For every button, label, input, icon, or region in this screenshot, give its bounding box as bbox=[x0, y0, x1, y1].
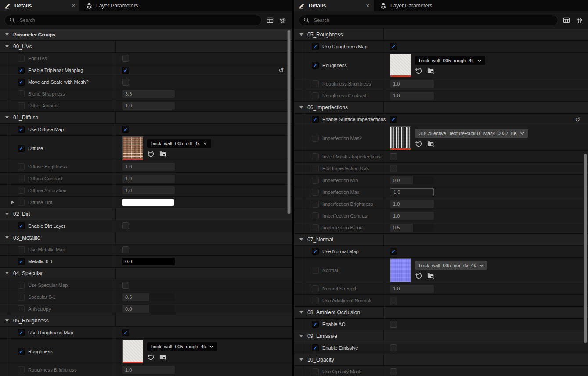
param-enable-checkbox[interactable]: ✓ bbox=[18, 222, 25, 229]
param-enable-checkbox[interactable]: ✓ bbox=[312, 116, 319, 123]
param-enable-checkbox[interactable] bbox=[312, 201, 319, 208]
param-enable-checkbox[interactable] bbox=[312, 212, 319, 219]
param-enable-checkbox[interactable] bbox=[312, 285, 319, 292]
asset-dropdown[interactable]: brick_wall_005_diff_4k bbox=[147, 139, 211, 148]
numeric-input[interactable]: 0.5 bbox=[122, 293, 175, 301]
param-enable-checkbox[interactable]: ✓ bbox=[18, 67, 25, 74]
browse-to-asset-icon[interactable] bbox=[159, 150, 166, 158]
asset-dropdown[interactable]: brick_wall_005_rough_4k bbox=[415, 56, 485, 65]
numeric-input[interactable]: 0.0 bbox=[122, 258, 175, 265]
browse-to-asset-icon[interactable] bbox=[427, 272, 434, 279]
value-checkbox[interactable] bbox=[122, 79, 129, 86]
param-enable-checkbox[interactable] bbox=[18, 282, 25, 289]
view-options-gear-icon[interactable] bbox=[278, 16, 287, 25]
param-enable-checkbox[interactable]: ✓ bbox=[312, 62, 319, 69]
value-checkbox[interactable]: ✓ bbox=[390, 116, 397, 123]
tab-details[interactable]: Details✕ bbox=[294, 0, 374, 11]
group-header[interactable]: 09_Emissive bbox=[294, 330, 588, 342]
group-header[interactable]: 07_Normal bbox=[294, 234, 588, 246]
asset-dropdown[interactable]: brick_wall_005_nor_dx_4k bbox=[415, 261, 487, 270]
value-checkbox[interactable] bbox=[390, 321, 397, 328]
asset-dropdown[interactable]: brick_wall_005_rough_4k bbox=[147, 342, 217, 351]
param-enable-checkbox[interactable] bbox=[18, 305, 25, 312]
numeric-input[interactable]: 1.0 bbox=[122, 366, 175, 374]
numeric-input[interactable]: 1.0 bbox=[390, 80, 434, 88]
param-enable-checkbox[interactable] bbox=[312, 80, 319, 87]
value-checkbox[interactable] bbox=[122, 282, 129, 289]
property-matrix-icon[interactable] bbox=[562, 16, 571, 25]
tab-details[interactable]: Details✕ bbox=[0, 0, 79, 11]
value-checkbox[interactable]: ✓ bbox=[390, 248, 397, 255]
param-enable-checkbox[interactable]: ✓ bbox=[18, 329, 25, 336]
search-input[interactable] bbox=[19, 17, 257, 23]
texture-thumbnail[interactable] bbox=[122, 136, 143, 160]
reset-to-default-icon[interactable]: ↺ bbox=[278, 67, 284, 73]
browse-to-asset-icon[interactable] bbox=[159, 353, 166, 361]
param-enable-checkbox[interactable] bbox=[18, 366, 25, 373]
param-enable-checkbox[interactable] bbox=[18, 55, 25, 62]
use-selected-asset-icon[interactable] bbox=[147, 150, 155, 158]
scrollbar-thumb[interactable] bbox=[584, 154, 587, 343]
param-enable-checkbox[interactable] bbox=[18, 199, 25, 206]
group-header[interactable]: 06_Imperfections bbox=[294, 102, 588, 114]
search-input[interactable] bbox=[313, 17, 553, 23]
group-header[interactable]: 04_Specular bbox=[0, 268, 292, 279]
group-header[interactable]: 08_Ambient Occlusion bbox=[294, 307, 588, 319]
browse-to-asset-icon[interactable] bbox=[427, 67, 434, 75]
property-matrix-icon[interactable] bbox=[266, 16, 274, 25]
parameter-groups-header[interactable]: Parameter Groups bbox=[0, 29, 292, 41]
value-checkbox[interactable]: ✓ bbox=[122, 67, 129, 74]
param-enable-checkbox[interactable] bbox=[312, 165, 319, 172]
numeric-input[interactable]: 1.0 bbox=[390, 188, 434, 196]
browse-to-asset-icon[interactable] bbox=[427, 140, 434, 147]
param-enable-checkbox[interactable]: ✓ bbox=[312, 43, 319, 50]
use-selected-asset-icon[interactable] bbox=[147, 353, 155, 361]
numeric-input[interactable]: 3.5 bbox=[122, 90, 175, 98]
group-header[interactable]: 05_Roughness bbox=[0, 315, 292, 327]
group-header[interactable]: 05_Roughness bbox=[294, 29, 588, 41]
numeric-input[interactable]: 0.5 bbox=[390, 224, 434, 232]
param-enable-checkbox[interactable] bbox=[18, 187, 25, 194]
color-swatch[interactable] bbox=[122, 199, 174, 206]
value-checkbox[interactable] bbox=[122, 246, 129, 253]
asset-dropdown[interactable]: 3DCollective_TexturePack01_Mask_0037_8K bbox=[415, 129, 528, 138]
value-checkbox[interactable]: ✓ bbox=[122, 126, 129, 133]
value-checkbox[interactable] bbox=[390, 165, 397, 172]
param-enable-checkbox[interactable] bbox=[312, 189, 319, 196]
numeric-input[interactable]: 1.0 bbox=[390, 92, 434, 100]
numeric-input[interactable]: 1.0 bbox=[122, 102, 175, 110]
value-checkbox[interactable] bbox=[122, 222, 129, 229]
value-checkbox[interactable]: ✓ bbox=[122, 329, 129, 336]
param-enable-checkbox[interactable] bbox=[18, 246, 25, 253]
param-enable-checkbox[interactable] bbox=[312, 368, 319, 375]
numeric-input[interactable]: 1.0 bbox=[122, 186, 175, 194]
numeric-input[interactable]: 1.0 bbox=[122, 175, 175, 183]
tab-layer-parameters[interactable]: Layer Parameters bbox=[79, 0, 144, 11]
param-enable-checkbox[interactable] bbox=[18, 102, 25, 109]
scrollbar-thumb[interactable] bbox=[287, 30, 291, 214]
param-enable-checkbox[interactable] bbox=[18, 90, 25, 97]
param-enable-checkbox[interactable] bbox=[18, 163, 25, 170]
param-enable-checkbox[interactable]: ✓ bbox=[18, 145, 25, 152]
group-header[interactable]: 10_Opacity bbox=[294, 354, 588, 366]
param-enable-checkbox[interactable]: ✓ bbox=[312, 344, 319, 351]
group-header[interactable]: 00_UVs bbox=[0, 41, 292, 53]
texture-thumbnail[interactable] bbox=[122, 340, 143, 363]
texture-thumbnail[interactable] bbox=[390, 126, 411, 150]
param-enable-checkbox[interactable] bbox=[18, 175, 25, 182]
value-checkbox[interactable] bbox=[390, 368, 397, 375]
param-enable-checkbox[interactable] bbox=[312, 224, 319, 231]
param-enable-checkbox[interactable] bbox=[312, 153, 319, 160]
tab-layer-parameters[interactable]: Layer Parameters bbox=[374, 0, 438, 11]
group-header[interactable]: 03_Metallic bbox=[0, 232, 292, 244]
texture-thumbnail[interactable] bbox=[390, 258, 411, 282]
param-enable-checkbox[interactable] bbox=[312, 92, 319, 99]
reset-to-default-icon[interactable]: ↺ bbox=[575, 116, 580, 122]
use-selected-asset-icon[interactable] bbox=[415, 67, 422, 75]
numeric-input[interactable]: 1.0 bbox=[390, 212, 434, 220]
param-enable-checkbox[interactable]: ✓ bbox=[18, 348, 25, 355]
group-header[interactable]: 02_Dirt bbox=[0, 208, 292, 220]
param-enable-checkbox[interactable]: ✓ bbox=[18, 79, 25, 86]
expand-arrow-icon[interactable] bbox=[11, 201, 14, 204]
numeric-input[interactable]: 1.0 bbox=[390, 200, 434, 208]
